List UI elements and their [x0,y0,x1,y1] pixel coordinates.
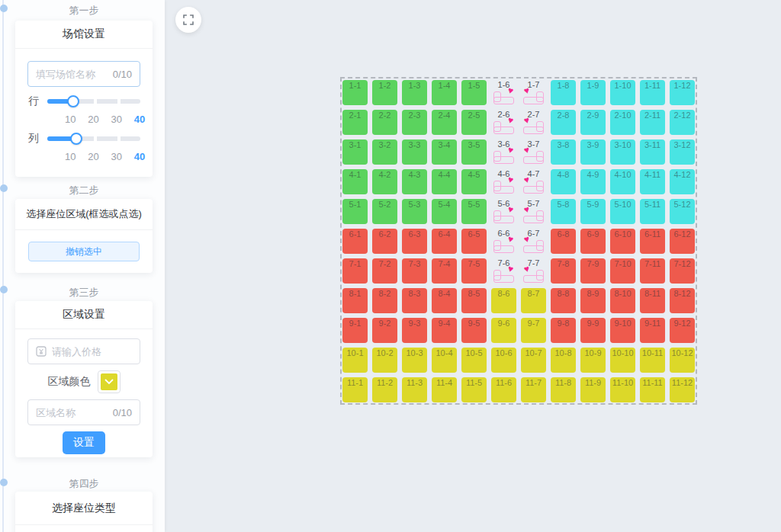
seat[interactable]: 1-9 [580,80,606,105]
seat[interactable]: 9-12 [670,318,695,343]
couple-seat[interactable]: 1-6♥ [491,80,516,105]
area-name-input[interactable] [36,407,108,418]
seat[interactable]: 5-12 [670,199,695,224]
seat[interactable]: 8-12 [670,288,695,313]
couple-seat[interactable]: 4-6♥ [491,169,516,194]
seat[interactable]: 2-4 [432,110,457,135]
fullscreen-button[interactable] [175,7,201,33]
set-area-button[interactable]: 设置 [63,431,105,454]
seat[interactable]: 11-1 [342,377,368,402]
seat[interactable]: 10-4 [432,348,457,373]
seat[interactable]: 5-2 [372,199,397,224]
seat[interactable]: 7-8 [551,258,576,284]
seat[interactable]: 9-11 [640,318,665,343]
seat[interactable]: 9-1 [342,318,368,343]
seat[interactable]: 8-6 [491,288,516,313]
seat-map[interactable]: 1-11-21-31-41-51-6♥1-7♥1-81-91-101-111-1… [340,77,697,405]
seat[interactable]: 9-2 [372,318,397,343]
seat[interactable]: 5-1 [342,199,368,224]
seat[interactable]: 2-9 [580,110,606,135]
seat[interactable]: 8-11 [640,288,665,313]
seat[interactable]: 5-8 [551,199,576,224]
seat[interactable]: 11-10 [610,377,635,402]
seat[interactable]: 1-5 [461,80,487,105]
seat[interactable]: 1-2 [372,80,397,105]
seat[interactable]: 10-12 [670,348,695,373]
couple-seat[interactable]: 4-7♥ [521,169,546,194]
seat[interactable]: 5-10 [610,199,635,224]
color-picker[interactable] [98,370,121,393]
couple-seat[interactable]: 7-7♥ [521,258,546,284]
seat[interactable]: 4-10 [610,169,635,194]
seat[interactable]: 4-5 [461,169,487,194]
couple-seat[interactable]: 3-7♥ [521,139,546,165]
seat[interactable]: 10-1 [342,348,368,373]
undo-selection-button[interactable]: 撤销选中 [28,242,140,261]
seat[interactable]: 11-6 [491,377,516,402]
seat[interactable]: 6-8 [551,229,576,254]
seat[interactable]: 9-4 [432,318,457,343]
seat[interactable]: 3-3 [402,139,427,165]
seat[interactable]: 3-11 [640,139,665,165]
couple-seat[interactable]: 6-6♥ [491,229,516,254]
seat[interactable]: 3-8 [551,139,576,165]
seat[interactable]: 6-2 [372,229,397,254]
seat[interactable]: 1-8 [551,80,576,105]
seat[interactable]: 3-2 [372,139,397,165]
seat[interactable]: 2-5 [461,110,487,135]
seat[interactable]: 1-3 [402,80,427,105]
seat[interactable]: 3-5 [461,139,487,165]
seat[interactable]: 8-10 [610,288,635,313]
seat[interactable]: 7-10 [610,258,635,284]
seat[interactable]: 7-4 [432,258,457,284]
price-input[interactable] [52,346,132,357]
seat[interactable]: 10-9 [580,348,606,373]
seat[interactable]: 6-3 [402,229,427,254]
couple-seat[interactable]: 5-6♥ [491,199,516,224]
seat[interactable]: 2-3 [402,110,427,135]
seat[interactable]: 6-9 [580,229,606,254]
couple-seat[interactable]: 2-6♥ [491,110,516,135]
seat[interactable]: 10-5 [461,348,487,373]
seat[interactable]: 10-11 [640,348,665,373]
seat[interactable]: 8-2 [372,288,397,313]
seat[interactable]: 10-8 [551,348,576,373]
seat[interactable]: 9-10 [610,318,635,343]
seat[interactable]: 7-5 [461,258,487,284]
couple-seat[interactable]: 7-6♥ [491,258,516,284]
seat[interactable]: 4-12 [670,169,695,194]
seat[interactable]: 10-6 [491,348,516,373]
couple-seat[interactable]: 1-7♥ [521,80,546,105]
couple-seat[interactable]: 2-7♥ [521,110,546,135]
seat[interactable]: 5-9 [580,199,606,224]
seat[interactable]: 8-7 [521,288,546,313]
seat[interactable]: 7-12 [670,258,695,284]
couple-seat[interactable]: 3-6♥ [491,139,516,165]
seat[interactable]: 4-1 [342,169,368,194]
seat[interactable]: 10-3 [402,348,427,373]
seat[interactable]: 2-2 [372,110,397,135]
seat[interactable]: 8-3 [402,288,427,313]
seat[interactable]: 11-11 [640,377,665,402]
seat[interactable]: 7-9 [580,258,606,284]
seat[interactable]: 6-10 [610,229,635,254]
seat[interactable]: 11-12 [670,377,695,402]
seat[interactable]: 3-1 [342,139,368,165]
seat[interactable]: 5-11 [640,199,665,224]
seat[interactable]: 8-5 [461,288,487,313]
seat[interactable]: 7-11 [640,258,665,284]
seat[interactable]: 1-1 [342,80,368,105]
seat[interactable]: 6-1 [342,229,368,254]
seat[interactable]: 10-10 [610,348,635,373]
seat[interactable]: 7-2 [372,258,397,284]
seat[interactable]: 1-11 [640,80,665,105]
seat[interactable]: 11-5 [461,377,487,402]
seat[interactable]: 7-3 [402,258,427,284]
seat[interactable]: 10-2 [372,348,397,373]
seat[interactable]: 11-4 [432,377,457,402]
seat[interactable]: 10-7 [521,348,546,373]
seat[interactable]: 4-11 [640,169,665,194]
seat[interactable]: 5-5 [461,199,487,224]
col-slider-handle[interactable] [70,133,82,145]
seat[interactable]: 1-12 [670,80,695,105]
